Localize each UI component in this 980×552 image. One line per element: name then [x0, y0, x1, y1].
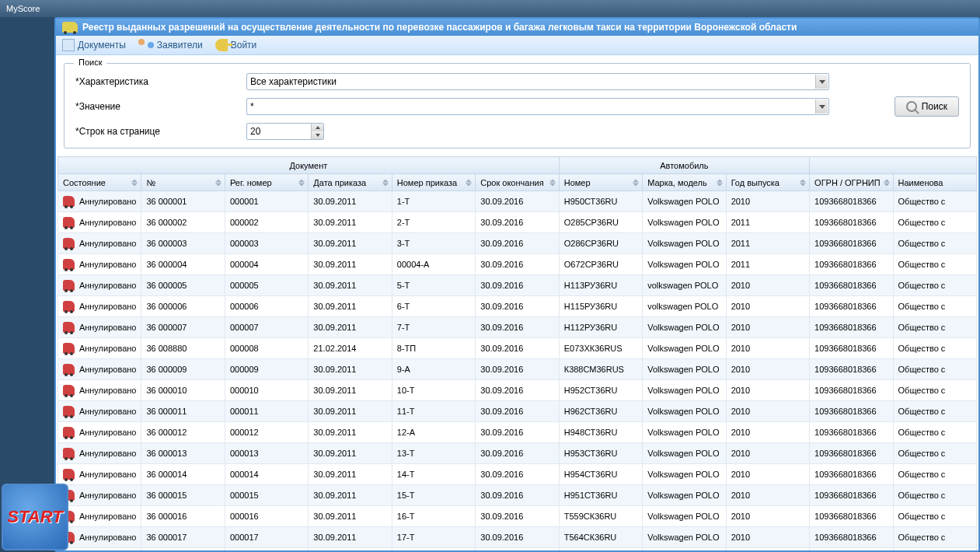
th-order-date[interactable]: Дата приказа: [309, 174, 392, 191]
cell-model: Volkswagen POLO: [643, 485, 726, 506]
cell-status: Аннулировано: [58, 401, 141, 422]
toolbar-documents[interactable]: Документы: [62, 39, 126, 51]
cell-number: 36 000016: [141, 506, 225, 527]
cell-model: Volkswagen POLO: [643, 422, 726, 443]
window-titlebar: MyScore: [0, 0, 980, 17]
th-expire[interactable]: Срок окончания: [476, 174, 559, 191]
cell-number: 36 000017: [141, 527, 225, 548]
cell-order-date: 21.02.2014: [309, 338, 392, 359]
cell-order-num: 17-Т: [392, 527, 475, 548]
th-car-num[interactable]: Номер: [559, 174, 642, 191]
table-row[interactable]: Аннулировано36 00001300001330.09.201113-…: [58, 443, 977, 464]
cell-regnum: 000012: [225, 422, 308, 443]
cell-model: Volkswagen POLO: [643, 338, 726, 359]
cell-order-date: 30.09.2011: [309, 485, 392, 506]
cell-order-date: 30.09.2011: [309, 359, 392, 380]
app-header: Реестр выданных разрешений на осуществле…: [56, 19, 978, 36]
cell-order-num: 16-Т: [392, 506, 475, 527]
cell-regnum: 000015: [225, 485, 308, 506]
cell-number: 36 000002: [141, 212, 225, 233]
cell-order-num: 9-А: [392, 359, 475, 380]
table-row[interactable]: Аннулировано36 00001200001230.09.201112-…: [58, 422, 977, 443]
cell-order-date: 30.09.2011: [309, 506, 392, 527]
cell-year: 2010: [726, 548, 809, 551]
th-regnum[interactable]: Рег. номер: [225, 174, 308, 191]
table-row[interactable]: Аннулировано36 00000200000230.09.20112-Т…: [58, 212, 977, 233]
cell-year: 2011: [726, 233, 809, 254]
cell-status: Аннулировано: [58, 317, 141, 338]
th-name[interactable]: Наименова: [893, 174, 976, 191]
cell-name: Общество с: [893, 380, 976, 401]
cell-status: Аннулировано: [58, 422, 141, 443]
th-ogrn[interactable]: ОГРН / ОГРНИП: [810, 174, 893, 191]
cell-order-num: 7-Т: [392, 317, 475, 338]
th-year[interactable]: Год выпуска: [726, 174, 809, 191]
table-row[interactable]: Аннулировано36 00000400000430.09.2011000…: [58, 254, 977, 275]
cell-order-date: 30.09.2011: [309, 275, 392, 296]
cell-ogrn: 1093668018366: [810, 464, 893, 485]
table-row[interactable]: Аннулировано36 00001600001630.09.201116-…: [58, 506, 977, 527]
cell-order-num: 8-ТП: [392, 338, 475, 359]
table-row[interactable]: Аннулировано36 00001800001830.09.201118-…: [58, 548, 977, 551]
table-row[interactable]: Аннулировано36 00888000000821.02.20148-Т…: [58, 338, 977, 359]
th-number[interactable]: №: [141, 174, 225, 191]
search-button[interactable]: Поиск: [895, 96, 959, 117]
spinner-buttons[interactable]: [311, 124, 323, 139]
cell-status: Аннулировано: [58, 548, 141, 551]
cell-order-date: 30.09.2011: [309, 254, 392, 275]
cell-car-num: Т564СК36RU: [559, 527, 642, 548]
table-row[interactable]: Аннулировано36 00000500000530.09.20115-Т…: [58, 275, 977, 296]
cell-number: 36 000007: [141, 317, 225, 338]
toolbar-login[interactable]: Войти: [215, 39, 257, 51]
start-widget[interactable]: START: [2, 484, 68, 550]
th-model[interactable]: Марка, модель: [643, 174, 726, 191]
cell-name: Общество с: [893, 401, 976, 422]
cell-number: 36 000001: [141, 191, 225, 212]
select-characteristic[interactable]: Все характеристики: [246, 73, 829, 90]
input-value[interactable]: *: [246, 98, 829, 115]
car-red-icon: [63, 406, 75, 417]
cell-model: volkswagen POLO: [643, 296, 726, 317]
table-row[interactable]: Аннулировано36 00000900000930.09.20119-А…: [58, 359, 977, 380]
cell-ogrn: 1093668018366: [810, 296, 893, 317]
cell-model: Volkswagen POLO: [643, 443, 726, 464]
cell-regnum: 000006: [225, 296, 308, 317]
table-row[interactable]: Аннулировано36 00001400001430.09.201114-…: [58, 464, 977, 485]
car-red-icon: [63, 427, 75, 438]
rows-per-page-spinner[interactable]: 20: [246, 123, 324, 140]
label-rows: *Строк на странице: [75, 126, 239, 137]
th-status[interactable]: Состояние: [58, 174, 141, 191]
start-label: START: [7, 507, 62, 527]
table-row[interactable]: Аннулировано36 00001500001530.09.201115-…: [58, 485, 977, 506]
cell-car-num: Н951СТ36RU: [559, 485, 642, 506]
cell-order-num: 12-А: [392, 422, 475, 443]
table-row[interactable]: Аннулировано36 00000100000130.09.20111-Т…: [58, 191, 977, 212]
cell-regnum: 000016: [225, 506, 308, 527]
table-row[interactable]: Аннулировано36 00000300000330.09.20113-Т…: [58, 233, 977, 254]
cell-model: Volkswagen POLO: [643, 233, 726, 254]
cell-regnum: 000011: [225, 401, 308, 422]
cell-order-num: 18-Т: [392, 548, 475, 551]
car-red-icon: [63, 280, 75, 291]
rows-per-page-value: 20: [247, 126, 311, 137]
cell-status: Аннулировано: [58, 527, 141, 548]
toolbar-applicants[interactable]: Заявители: [138, 39, 203, 51]
table-row[interactable]: Аннулировано36 00000600000630.09.20116-Т…: [58, 296, 977, 317]
search-panel: Поиск *Характеристика Все характеристики…: [64, 63, 971, 148]
cell-year: 2011: [726, 254, 809, 275]
cell-name: Общество с: [893, 548, 976, 551]
header-title: Реестр выданных разрешений на осуществле…: [82, 22, 797, 33]
cell-year: 2010: [726, 380, 809, 401]
th-order-num[interactable]: Номер приказа: [392, 174, 475, 191]
cell-expire: 30.09.2016: [476, 548, 559, 551]
table-row[interactable]: Аннулировано36 00001000001030.09.201110-…: [58, 380, 977, 401]
table-row[interactable]: Аннулировано36 00001700001730.09.201117-…: [58, 527, 977, 548]
toolbar-applicants-label: Заявители: [157, 40, 203, 51]
cell-ogrn: 1093668018366: [810, 485, 893, 506]
cell-expire: 30.09.2016: [476, 338, 559, 359]
table-row[interactable]: Аннулировано36 00001100001130.09.201111-…: [58, 401, 977, 422]
cell-ogrn: 1093668018366: [810, 506, 893, 527]
toolbar-documents-label: Документы: [78, 40, 126, 51]
table-row[interactable]: Аннулировано36 00000700000730.09.20117-Т…: [58, 317, 977, 338]
cell-status: Аннулировано: [58, 338, 141, 359]
